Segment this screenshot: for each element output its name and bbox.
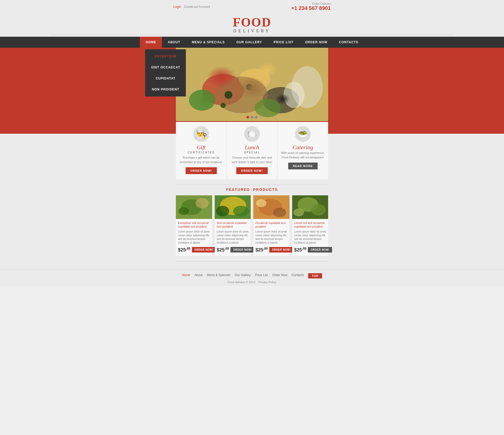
footer-link-gallery[interactable]: Our Gallery bbox=[235, 273, 251, 278]
nav-link-about[interactable]: ABOUT bbox=[162, 37, 186, 48]
nav-link-home[interactable]: HOME bbox=[140, 37, 162, 48]
footer-link-contacts[interactable]: Contacts bbox=[292, 273, 304, 278]
feature-lunch-btn[interactable]: ORDER NOW! bbox=[236, 167, 267, 174]
nav-item-about[interactable]: ABOUT bbox=[162, 37, 186, 48]
footer-nav: Home About Menu & Specials Our Gallery P… bbox=[0, 273, 504, 278]
product-info-3: Occaecat cupidatat non proident Lorem ip… bbox=[253, 219, 290, 256]
features-section: Gift CERTIFICATES Purchase a gift which … bbox=[176, 121, 328, 179]
footer-top-button[interactable]: Top bbox=[308, 273, 322, 278]
hero-food-svg bbox=[176, 48, 328, 121]
svg-point-23 bbox=[273, 208, 286, 217]
slider-dot-2[interactable] bbox=[251, 116, 253, 119]
feature-gift-title: Gift bbox=[179, 144, 223, 151]
feature-catering-btn[interactable]: READ MORE bbox=[288, 163, 318, 169]
footer-link-pricelist[interactable]: Price List bbox=[255, 273, 268, 278]
product-price-3: $25.89 bbox=[255, 247, 268, 253]
feature-catering-title: Catering bbox=[281, 144, 325, 151]
privacy-link[interactable]: Privacy Policy bbox=[258, 281, 276, 284]
feature-gift: Gift CERTIFICATES Purchase a gift which … bbox=[176, 122, 227, 179]
svg-point-8 bbox=[224, 91, 232, 99]
svg-point-18 bbox=[216, 206, 229, 216]
dropdown-item-non[interactable]: Non proident bbox=[145, 84, 186, 95]
logo-area: FOOD DELIVERY bbox=[0, 13, 504, 37]
create-account-link[interactable]: Create an Account bbox=[184, 5, 210, 9]
nav-item-gallery[interactable]: OUR GALLERY bbox=[230, 37, 268, 48]
top-bar: Login Create an Account Order Delivery +… bbox=[0, 0, 504, 13]
feature-lunch-desc: Choose your favourite dish and we'll del… bbox=[230, 155, 274, 164]
svg-point-26 bbox=[311, 204, 326, 216]
order-delivery-label: Order Delivery bbox=[291, 2, 331, 5]
product-image-3 bbox=[253, 195, 290, 219]
nav-item-home[interactable]: HOME bbox=[140, 37, 162, 48]
product-order-btn-3[interactable]: ORDER NOW! bbox=[269, 247, 293, 253]
catering-icon bbox=[295, 126, 311, 142]
svg-point-15 bbox=[178, 207, 189, 215]
products-grid: Excepteur sint occaecat cupidatat non pr… bbox=[176, 195, 328, 256]
logo-divider bbox=[50, 35, 454, 35]
product-title-4: Lorem set sint occaecat cupidatat non pr… bbox=[294, 221, 326, 229]
product-image-2 bbox=[215, 195, 251, 219]
product-desc-2: Lorem ipsum dolor sit amet conse ctetur … bbox=[217, 230, 249, 245]
nav-link-pricelist[interactable]: PRICE LIST bbox=[268, 37, 299, 48]
svg-rect-0 bbox=[176, 48, 328, 121]
hero-image bbox=[176, 48, 328, 121]
feature-gift-desc: Purchase a gift which can be presented a… bbox=[179, 155, 223, 164]
page-wrapper: Login Create an Account Order Delivery +… bbox=[0, 0, 504, 286]
footer-link-ordernow[interactable]: Order Now bbox=[272, 273, 287, 278]
footer-link-about[interactable]: About bbox=[195, 273, 203, 278]
nav-item-menu[interactable]: MENU & SPECIALS Excepteur Sint occaecat … bbox=[186, 37, 231, 48]
product-price-4: $25.89 bbox=[294, 247, 307, 253]
login-link[interactable]: Login bbox=[173, 5, 181, 9]
svg-point-11 bbox=[284, 82, 304, 108]
nav-link-gallery[interactable]: OUR GALLERY bbox=[230, 37, 268, 48]
product-title-1: Excepteur sint occaecat cupidatat non pr… bbox=[178, 221, 210, 229]
feature-lunch-subtitle: SPECIAL bbox=[230, 151, 274, 154]
logo-delivery: DELIVERY bbox=[0, 29, 504, 33]
svg-point-9 bbox=[246, 84, 253, 90]
product-title-3: Occaecat cupidatat non proident bbox=[255, 221, 287, 229]
svg-point-5 bbox=[215, 77, 268, 113]
dropdown-item-cupidatat[interactable]: Cupidatat bbox=[145, 73, 186, 84]
svg-point-27 bbox=[293, 208, 304, 216]
nav-link-menu[interactable]: MENU & SPECIALS bbox=[186, 37, 231, 48]
feature-gift-btn[interactable]: ORDER NOW! bbox=[186, 167, 217, 174]
dropdown-item-excepteur[interactable]: Excepteur bbox=[145, 51, 186, 62]
nav-item-pricelist[interactable]: PRICE LIST bbox=[268, 37, 299, 48]
product-info-1: Excepteur sint occaecat cupidatat non pr… bbox=[176, 219, 212, 256]
dropdown-item-sint[interactable]: Sint occaecat bbox=[145, 62, 186, 73]
product-card-4: Lorem set sint occaecat cupidatat non pr… bbox=[292, 195, 328, 256]
svg-point-7 bbox=[255, 99, 281, 117]
footer-link-home[interactable]: Home bbox=[182, 273, 190, 278]
product-card-3: Occaecat cupidatat non proident Lorem ip… bbox=[253, 195, 290, 256]
product-order-btn-4[interactable]: ORDER NOW! bbox=[308, 247, 332, 253]
feature-lunch: Lunch SPECIAL Choose your favourite dish… bbox=[227, 122, 278, 179]
product-order-btn-2[interactable]: ORDER NOW! bbox=[230, 247, 255, 253]
featured-heading-colored: PRODUCTS bbox=[253, 187, 278, 192]
svg-point-4 bbox=[262, 87, 299, 113]
nav-item-ordernow[interactable]: ORDER NOW bbox=[299, 37, 333, 48]
product-info-4: Lorem set sint occaecat cupidatat non pr… bbox=[292, 219, 328, 256]
nav-list: HOME ABOUT MENU & SPECIALS Excepteur Sin… bbox=[140, 37, 364, 48]
featured-header: FEATURED PRODUCTS bbox=[176, 187, 328, 192]
feature-catering: Catering With years of catering experien… bbox=[277, 122, 328, 179]
nav-link-contacts[interactable]: CONTACTS bbox=[333, 37, 364, 48]
featured-heading-normal: FEATURED bbox=[226, 187, 250, 192]
svg-point-6 bbox=[291, 66, 323, 108]
svg-point-3 bbox=[189, 90, 215, 111]
product-order-btn-1[interactable]: ORDER NOW! bbox=[192, 247, 216, 253]
slider-dot-3[interactable] bbox=[255, 116, 258, 119]
nav-link-ordernow[interactable]: ORDER NOW bbox=[299, 37, 333, 48]
nav-item-contacts[interactable]: CONTACTS bbox=[333, 37, 364, 48]
svg-point-22 bbox=[256, 199, 266, 207]
slider-dot-1[interactable] bbox=[246, 116, 249, 119]
product-footer-3: $25.89 ORDER NOW! bbox=[255, 247, 287, 253]
product-card-2: Sint occaecat cupidatat non proident Lor… bbox=[215, 195, 251, 256]
slider-dots bbox=[246, 116, 258, 119]
svg-point-19 bbox=[233, 206, 249, 216]
footer-link-menu[interactable]: Menu & Specials bbox=[207, 273, 230, 278]
site-footer: Home About Menu & Specials Our Gallery P… bbox=[0, 269, 504, 286]
footer-copyright: Food delivery © 2013 Privacy Policy bbox=[0, 281, 504, 284]
product-card-1: Excepteur sint occaecat cupidatat non pr… bbox=[176, 195, 212, 256]
plate-icon bbox=[244, 126, 260, 142]
product-image-4 bbox=[292, 195, 328, 219]
